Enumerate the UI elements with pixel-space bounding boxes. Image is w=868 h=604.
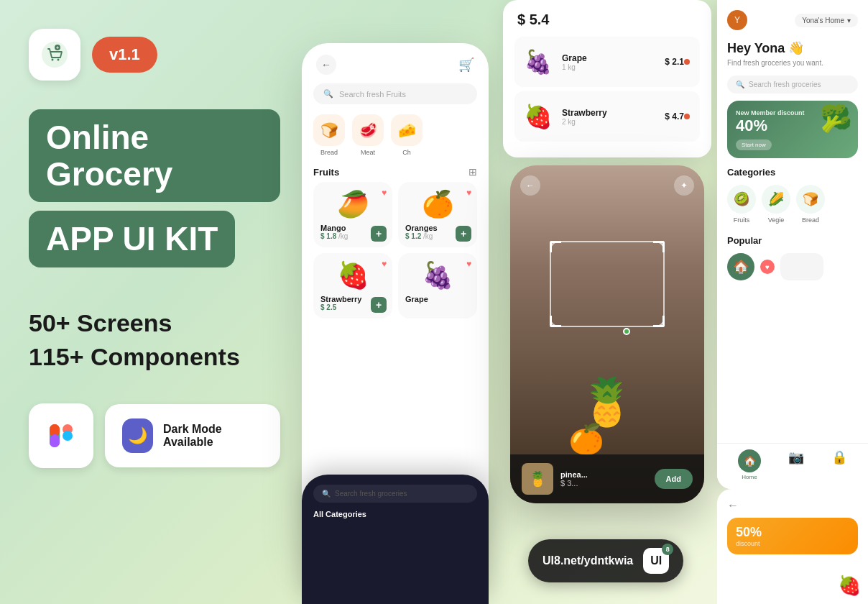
cart-icon-badge: + xyxy=(29,29,80,81)
dark-search-icon: 🔍 xyxy=(322,490,331,498)
right-search[interactable]: 🔍 Search fresh groceries xyxy=(727,76,858,93)
heart-icon-grape[interactable]: ♥ xyxy=(466,259,471,269)
popular-section: Popular 🏠 ♥ xyxy=(717,229,868,280)
bread-cat-label: Bread xyxy=(802,216,819,224)
camera-thumbnail: 🍍 xyxy=(522,463,553,495)
fruit-card-oranges: ♥ 🍊 Oranges $ 1.2 /kg + xyxy=(398,182,477,247)
search-placeholder: Search fresh Fruits xyxy=(339,90,406,99)
bottom-badges: 🌙 Dark Mode Available xyxy=(29,403,280,468)
discount-percent: 50% xyxy=(736,525,762,540)
right-home-icon: 🏠 xyxy=(738,449,761,472)
category-bread[interactable]: 🍞 Bread xyxy=(313,114,345,156)
promo-button[interactable]: Start now xyxy=(736,139,772,150)
top-badges: + v1.1 xyxy=(29,29,280,81)
camera-item-price: $ 3... xyxy=(560,479,647,488)
camera-item-name: pinea... xyxy=(560,470,647,479)
category-meat[interactable]: 🥩 Meat xyxy=(352,114,384,156)
discount-banner: 50% discount 🍓 xyxy=(727,518,858,554)
version-badge: v1.1 xyxy=(92,37,157,73)
category-cheese[interactable]: 🧀 Ch xyxy=(391,114,423,156)
cart-header-icon: 🛒 xyxy=(458,57,474,73)
fruits-title: Fruits xyxy=(313,167,339,178)
stats-block: 50+ Screens 115+ Components xyxy=(29,306,280,375)
popular-home-icon: 🏠 xyxy=(727,253,754,280)
title-line1: Online Grocery xyxy=(29,109,280,202)
camera-back-button[interactable]: ← xyxy=(520,175,540,196)
camera-item-info: pinea... $ 3... xyxy=(560,470,647,488)
add-mango-button[interactable]: + xyxy=(371,226,387,242)
right-lock-icon: 🔒 xyxy=(831,449,847,465)
heart-icon-oranges[interactable]: ♥ xyxy=(466,188,471,198)
camera-background: 🍍 🍊 ← ✦ 🍍 pinea... $ 3... Add xyxy=(510,165,704,503)
grape-cart-price: $ 2.1 xyxy=(665,57,684,67)
cat-bread[interactable]: 🍞 Bread xyxy=(796,185,825,224)
dark-mode-text: Dark Mode Available xyxy=(163,423,263,449)
promo-banner: New Member discount 40% Start now 🥦 xyxy=(727,101,858,158)
corner-br xyxy=(653,316,665,327)
camera-bottom-bar: 🍍 pinea... $ 3... Add xyxy=(510,454,704,503)
cheese-icon: 🧀 xyxy=(391,114,423,146)
cart-icon: + xyxy=(42,42,68,68)
right-nav-home[interactable]: 🏠 Home xyxy=(738,449,761,480)
figma-icon xyxy=(47,421,75,450)
strawberry-dot xyxy=(684,114,690,119)
grid-icon[interactable]: ⊞ xyxy=(468,166,477,178)
oranges-emoji: 🍊 xyxy=(405,189,470,219)
corner-tr xyxy=(653,241,665,252)
categories-title: Categories xyxy=(727,167,858,178)
strawberry-cart-name: Strawberry xyxy=(562,108,665,118)
ui8-logo: UI 8 xyxy=(643,548,669,574)
ui8-watermark: UI8.net/ydntkwia UI 8 xyxy=(528,539,683,582)
grape-emoji: 🍇 xyxy=(405,260,470,290)
promo-image: 🥦 xyxy=(820,104,852,134)
cart-item-grape: 🍇 Grape 1 kg $ 2.1 xyxy=(514,37,700,87)
right-bottom-nav: 🏠 Home 📷 🔒 xyxy=(717,443,868,489)
screens-count: 50+ Screens xyxy=(29,306,280,341)
heart-icon-strawberry[interactable]: ♥ xyxy=(382,259,387,269)
cat-vegie[interactable]: 🌽 Vegie xyxy=(762,185,790,224)
vegie-cat-icon: 🌽 xyxy=(762,185,790,214)
user-avatar: Y xyxy=(727,10,747,30)
popular-placeholder xyxy=(780,253,823,280)
fruit-scene: 🍓 xyxy=(838,575,861,597)
svg-point-1 xyxy=(52,59,54,61)
strawberry-cart-price: $ 4.7 xyxy=(665,111,684,122)
fruits-section-header: Fruits ⊞ xyxy=(302,160,489,182)
phone-camera: 🍍 🍊 ← ✦ 🍍 pinea... $ 3... Add xyxy=(510,165,704,503)
back-button[interactable]: ← xyxy=(316,55,336,75)
camera-star-button[interactable]: ✦ xyxy=(674,175,694,196)
vegie-cat-label: Vegie xyxy=(768,216,785,224)
cart-total: $ 5.4 xyxy=(514,12,700,28)
bread-label: Bread xyxy=(320,149,338,156)
left-section: + v1.1 Online Grocery APP UI KIT 50+ Scr… xyxy=(0,0,309,604)
promo-label: New Member discount xyxy=(736,109,805,116)
search-bar[interactable]: 🔍 Search fresh Fruits xyxy=(313,83,477,104)
category-row: 🍞 Bread 🥩 Meat 🧀 Ch xyxy=(302,110,489,160)
discount-info: 50% discount xyxy=(736,525,762,547)
dark-search[interactable]: 🔍 Search fresh groceries xyxy=(313,485,477,503)
svg-point-8 xyxy=(63,431,73,441)
br-back-icon[interactable]: ← xyxy=(727,499,858,512)
strawberry-cart-weight: 2 kg xyxy=(562,118,665,126)
strawberry-cart-info: Strawberry 2 kg xyxy=(556,108,665,126)
heart-icon-mango[interactable]: ♥ xyxy=(382,188,387,198)
right-nav-camera[interactable]: 📷 xyxy=(788,449,804,480)
popular-item: 🏠 ♥ xyxy=(727,253,858,280)
mango-emoji: 🥭 xyxy=(320,189,385,219)
right-nav-lock[interactable]: 🔒 xyxy=(831,449,847,480)
grape-name: Grape xyxy=(405,295,470,303)
meat-icon: 🥩 xyxy=(352,114,384,146)
camera-add-button[interactable]: Add xyxy=(655,469,693,489)
add-strawberry-button[interactable]: + xyxy=(371,297,387,313)
title-block: Online Grocery APP UI KIT xyxy=(29,109,280,267)
right-header: Y Yona's Home ▾ xyxy=(717,0,868,36)
title-line2: APP UI KIT xyxy=(29,211,235,267)
add-oranges-button[interactable]: + xyxy=(456,226,471,242)
cat-fruits[interactable]: 🥝 Fruits xyxy=(727,185,756,224)
dark-search-placeholder: Search fresh groceries xyxy=(335,490,407,498)
fruits-cat-label: Fruits xyxy=(734,216,750,224)
popular-heart-icon[interactable]: ♥ xyxy=(760,260,775,274)
promo-content: New Member discount 40% Start now xyxy=(736,109,805,150)
location-pill[interactable]: Yona's Home ▾ xyxy=(795,14,858,27)
fruit-grid: ♥ 🥭 Mango $ 1.8 /kg + ♥ 🍊 Oranges $ 1.2 … xyxy=(302,182,489,319)
